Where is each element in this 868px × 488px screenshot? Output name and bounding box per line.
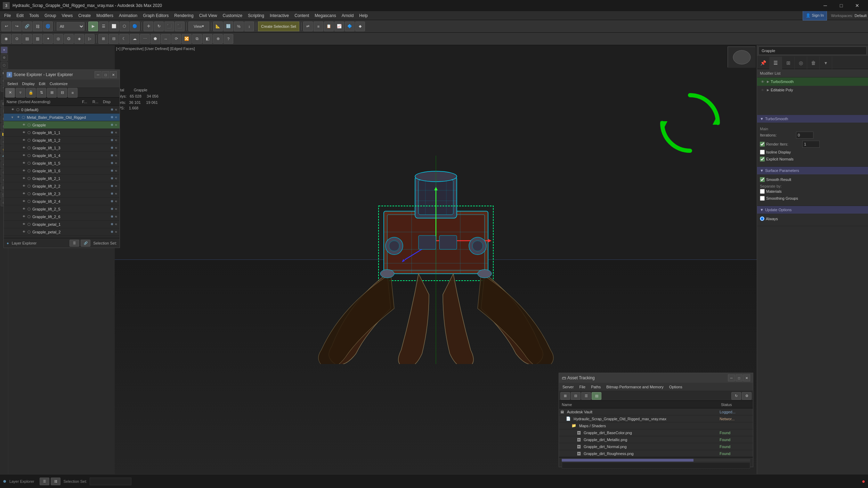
layer-eye-icon[interactable]: 👁 bbox=[22, 215, 26, 219]
close-button[interactable]: ✕ bbox=[849, 0, 865, 11]
layer-render-icon[interactable]: ≈ bbox=[114, 207, 118, 211]
layer-render-icon[interactable]: ≈ bbox=[114, 238, 118, 238]
asset-tracking-minimize[interactable]: ─ bbox=[728, 374, 735, 381]
maximize-button[interactable]: □ bbox=[833, 0, 849, 11]
smooth-result-checkbox[interactable] bbox=[760, 177, 765, 182]
menu-animation[interactable]: Animation bbox=[116, 11, 140, 20]
explorer-expand-btn[interactable]: ⊞ bbox=[47, 88, 57, 98]
menu-arnold[interactable]: Arnold bbox=[339, 11, 357, 20]
layer-item-3[interactable]: 👁◯ Grapple_lift_1_1 ❄≈ bbox=[4, 129, 120, 137]
object-search-input[interactable] bbox=[759, 47, 867, 55]
scene-explorer-minimize[interactable]: ─ bbox=[95, 71, 102, 78]
at-menu-server[interactable]: Server bbox=[560, 383, 576, 391]
layer-eye-icon[interactable]: 👁 bbox=[22, 176, 26, 181]
layer-lock-icon[interactable]: ◯ bbox=[27, 184, 31, 188]
layer-render-icon[interactable]: ≈ bbox=[114, 138, 118, 142]
layer-item-16[interactable]: 👁◯ Grapple_petal_2 ❄≈ bbox=[4, 228, 120, 236]
menu-tools[interactable]: Tools bbox=[26, 11, 42, 20]
editable-poly-modifier-item[interactable]: 👁 ▶ Editable Poly bbox=[757, 86, 868, 94]
layer-lock-icon[interactable]: ◯ bbox=[27, 230, 31, 234]
layer-freeze-icon[interactable]: ❄ bbox=[110, 123, 114, 127]
layer-render-icon[interactable]: ≈ bbox=[114, 222, 118, 226]
layer-lock-icon[interactable]: ◯ bbox=[27, 161, 31, 165]
layer-eye-icon[interactable]: 👁 bbox=[22, 154, 26, 158]
layer-freeze-icon[interactable]: ❄ bbox=[110, 199, 114, 204]
angle-snap[interactable]: 🔢 bbox=[224, 22, 233, 31]
rp-tab-list[interactable]: ☰ bbox=[770, 57, 782, 69]
layer-freeze-icon[interactable]: ❄ bbox=[110, 146, 114, 150]
layer-freeze-icon[interactable]: ❄ bbox=[110, 154, 114, 158]
layer-lock-icon[interactable]: ◯ bbox=[27, 138, 31, 142]
rp-tab-sphere[interactable]: ◎ bbox=[795, 57, 807, 69]
layer-expand-icon[interactable]: ▼ bbox=[11, 116, 15, 119]
minimize-button[interactable]: ─ bbox=[817, 0, 833, 11]
layer-lock-icon[interactable]: ◯ bbox=[27, 176, 31, 181]
layer-item-15[interactable]: 👁◯ Grapple_petal_1 ❄≈ bbox=[4, 221, 120, 228]
layer-eye-icon[interactable]: 👁 bbox=[22, 222, 26, 226]
at-tb-btn3[interactable]: ☰ bbox=[581, 392, 591, 400]
tb2-btn18[interactable]: 🔀 bbox=[182, 34, 192, 44]
left-tab-modify[interactable]: ⚙ bbox=[1, 54, 8, 61]
layer-eye-icon[interactable]: 👁 bbox=[22, 161, 26, 165]
layer-render-icon[interactable]: ≈ bbox=[114, 154, 118, 158]
menu-modifiers[interactable]: Modifiers bbox=[94, 11, 116, 20]
asset-row[interactable]: 🖼 Grapple_dirt_Metallic.png Found bbox=[559, 436, 753, 443]
layer-item-2[interactable]: 👁◯ Grapple ❄≈ bbox=[4, 121, 120, 129]
menu-group[interactable]: Group bbox=[42, 11, 59, 20]
rp-tab-more[interactable]: ▾ bbox=[820, 57, 832, 69]
tb2-btn19[interactable]: ⧉ bbox=[192, 34, 202, 44]
snap-toggle[interactable]: 📐 bbox=[213, 22, 223, 31]
layer-render-icon[interactable]: ≈ bbox=[114, 192, 118, 196]
layer-item-5[interactable]: 👁◯ Grapple_lift_1_3 ❄≈ bbox=[4, 144, 120, 152]
menu-edit[interactable]: Edit bbox=[14, 11, 26, 20]
tb2-btn3[interactable]: ▤ bbox=[22, 34, 32, 44]
render-iters-checkbox[interactable] bbox=[760, 142, 765, 147]
explorer-menu-customize[interactable]: Customize bbox=[48, 80, 70, 88]
menu-scripting[interactable]: Scripting bbox=[245, 11, 267, 20]
layer-item-4[interactable]: 👁◯ Grapple_lift_1_2 ❄≈ bbox=[4, 137, 120, 144]
explorer-menu-edit[interactable]: Edit bbox=[37, 80, 48, 88]
layer-freeze-icon[interactable]: ❄ bbox=[110, 192, 114, 196]
layer-lock-icon[interactable]: ◯ bbox=[16, 108, 20, 112]
explorer-view-btn[interactable]: ☰ bbox=[70, 240, 79, 247]
tb2-btn12[interactable]: ☾ bbox=[119, 34, 129, 44]
tb2-btn2[interactable]: ⊙ bbox=[12, 34, 22, 44]
scale2-button[interactable]: ⬛ bbox=[175, 22, 185, 31]
layer-lock-icon[interactable]: ◯ bbox=[21, 115, 25, 119]
tb2-btn4[interactable]: ▥ bbox=[33, 34, 42, 44]
menu-file[interactable]: File bbox=[1, 11, 14, 20]
tb2-btn1[interactable]: ◉ bbox=[1, 34, 11, 44]
layer-eye-icon[interactable]: 👁 bbox=[22, 169, 26, 173]
percent-snap[interactable]: % bbox=[234, 22, 244, 31]
scale-button[interactable]: ⬛ bbox=[164, 22, 174, 31]
asset-row[interactable]: 🖼 Grapple_dirt_BaseColor.png Found bbox=[559, 429, 753, 436]
layer-freeze-icon[interactable]: ❄ bbox=[110, 238, 114, 238]
sign-in-button[interactable]: 👤 Sign In bbox=[803, 11, 827, 20]
layer-render-icon[interactable]: ≈ bbox=[114, 131, 118, 135]
layer-freeze-icon[interactable]: ❄ bbox=[110, 207, 114, 211]
rp-tab-grid[interactable]: ⊞ bbox=[782, 57, 795, 69]
select-object-button[interactable]: ▶ bbox=[88, 22, 98, 31]
menu-megascans[interactable]: Megascans bbox=[312, 11, 339, 20]
always-radio[interactable] bbox=[760, 216, 764, 221]
layer-eye-icon[interactable]: 👁 bbox=[22, 238, 26, 238]
turbosmooth-visibility-icon[interactable]: 👁 bbox=[760, 79, 765, 84]
update-options-header[interactable]: ▼ Update Options bbox=[757, 206, 868, 214]
rect-select-button[interactable]: ⬜ bbox=[109, 22, 119, 31]
layer-eye-icon[interactable]: 👁 bbox=[22, 230, 26, 234]
rotate-button[interactable]: ↻ bbox=[154, 22, 164, 31]
explorer-lock-btn[interactable]: 🔒 bbox=[26, 88, 36, 98]
menu-rendering[interactable]: Rendering bbox=[171, 11, 196, 20]
layer-item-12[interactable]: 👁◯ Grapple_lift_2_4 ❄≈ bbox=[4, 198, 120, 205]
menu-civil-view[interactable]: Civil View bbox=[196, 11, 220, 20]
layer-freeze-icon[interactable]: ❄ bbox=[110, 115, 114, 119]
layer-render-icon[interactable]: ≈ bbox=[114, 230, 118, 234]
select-by-name-button[interactable]: ☰ bbox=[99, 22, 108, 31]
at-tb-btn4[interactable]: ▤ bbox=[592, 392, 601, 400]
spinner-snap[interactable]: ↕ bbox=[244, 22, 254, 31]
layer-lock-icon[interactable]: ◯ bbox=[27, 199, 31, 204]
layer-eye-icon[interactable]: 👁 bbox=[22, 138, 26, 142]
selection-filter-dropdown[interactable]: All bbox=[57, 22, 84, 31]
layer-item-13[interactable]: 👁◯ Grapple_lift_2_5 ❄≈ bbox=[4, 205, 120, 213]
layer-freeze-icon[interactable]: ❄ bbox=[110, 215, 114, 219]
